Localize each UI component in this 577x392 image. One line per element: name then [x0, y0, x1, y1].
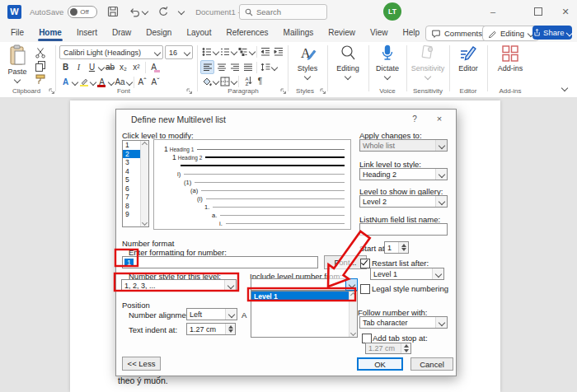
scroll-up-icon[interactable] — [142, 142, 148, 147]
tab-layout[interactable]: Layout — [179, 23, 218, 42]
tab-home[interactable]: Home — [31, 23, 69, 42]
include-dropdown-icon[interactable] — [345, 278, 358, 291]
tab-references[interactable]: References — [218, 23, 275, 42]
legal-style-checkbox[interactable] — [360, 284, 370, 294]
decrease-indent-button[interactable] — [259, 45, 271, 58]
quick-access-more-icon[interactable] — [179, 9, 184, 14]
listnum-input[interactable] — [359, 223, 448, 236]
font-size-dropdown-icon[interactable] — [182, 50, 192, 55]
cut-button[interactable] — [35, 47, 46, 58]
numbering-button[interactable] — [218, 45, 231, 58]
minimize-button[interactable]: – — [486, 5, 500, 18]
cancel-button[interactable]: Cancel — [410, 357, 453, 371]
close-button[interactable]: ✕ — [559, 5, 572, 18]
save-icon[interactable] — [107, 6, 119, 17]
align-left-button[interactable] — [200, 60, 214, 74]
number-alignment-select[interactable]: Left — [186, 308, 237, 320]
increase-indent-button[interactable] — [272, 45, 284, 58]
change-case-dropdown-icon[interactable] — [126, 78, 133, 85]
tab-mailings[interactable]: Mailings — [276, 23, 321, 42]
number-style-select[interactable]: 1, 2, 3, ... — [121, 279, 237, 292]
line-spacing-button[interactable] — [259, 61, 271, 73]
editor-button[interactable]: Editor — [450, 44, 486, 72]
tab-view[interactable]: View — [363, 23, 396, 42]
font-name-select[interactable]: Calibri Light (Headings) — [59, 45, 163, 59]
autosave-toggle[interactable]: Off — [68, 6, 97, 18]
justify-button[interactable] — [242, 61, 254, 73]
highlight-button[interactable] — [77, 76, 90, 88]
start-at-spinner[interactable]: 1 — [384, 241, 409, 254]
level-item-7[interactable]: 7 — [123, 193, 140, 202]
scroll-down-icon[interactable] — [142, 220, 148, 226]
restart-list-checkbox[interactable] — [360, 259, 370, 268]
font-color-button[interactable]: A — [96, 76, 108, 88]
editing-mode-button[interactable]: Editing — [482, 26, 539, 41]
ok-button[interactable]: OK — [357, 357, 403, 371]
font-dialog-launcher-icon[interactable] — [186, 88, 193, 95]
paragraph-dialog-launcher-icon[interactable] — [280, 88, 287, 95]
include-level-open-list[interactable]: Level 1 — [251, 291, 358, 338]
level-item-9[interactable]: 9 — [123, 210, 140, 219]
include-option-level-1[interactable]: Level 1 — [251, 292, 349, 301]
level-item-1[interactable]: 1 — [123, 141, 140, 150]
level-item-4[interactable]: 4 — [123, 167, 140, 176]
level-listbox[interactable]: 123456789 — [122, 140, 149, 227]
restart-list-select[interactable]: Level 1 — [370, 268, 444, 280]
avatar[interactable]: LT — [383, 2, 401, 21]
paste-button[interactable]: Paste — [3, 44, 31, 82]
clipboard-dialog-launcher-icon[interactable] — [49, 88, 55, 95]
line-spacing-dropdown-icon[interactable] — [271, 63, 278, 70]
tab-file[interactable]: File — [3, 23, 31, 42]
level-item-2[interactable]: 2 — [123, 150, 140, 159]
shrink-font-button[interactable]: Aˇ — [149, 76, 162, 88]
undo-icon[interactable] — [129, 7, 148, 17]
sort-button[interactable]: AZ — [241, 75, 253, 87]
strikethrough-button[interactable]: ab — [104, 61, 116, 73]
tab-draw[interactable]: Draw — [105, 23, 138, 42]
word-logo-icon[interactable]: W — [7, 5, 21, 19]
level-item-5[interactable]: 5 — [123, 175, 140, 184]
undo-dropdown-icon[interactable] — [142, 8, 148, 15]
align-center-button[interactable] — [215, 61, 228, 73]
search-input[interactable]: Search — [239, 4, 327, 20]
dialog-close-button[interactable]: × — [434, 114, 445, 124]
text-indent-spinner[interactable]: 1.27 cm — [186, 323, 236, 335]
level-item-6[interactable]: 6 — [123, 184, 140, 194]
add-ins-button[interactable]: Add-ins — [492, 44, 528, 72]
grow-font-button[interactable]: Aˆ — [136, 76, 148, 88]
editing-button[interactable]: Editing — [330, 44, 366, 79]
dialog-help-button[interactable]: ? — [409, 114, 420, 124]
tab-design[interactable]: Design — [138, 23, 179, 42]
tab-review[interactable]: Review — [321, 23, 363, 42]
less-button[interactable]: << Less — [122, 357, 161, 371]
tab-help[interactable]: Help — [396, 23, 428, 42]
font-name-dropdown-icon[interactable] — [152, 50, 162, 55]
multilevel-list-button[interactable] — [237, 45, 249, 58]
redo-icon[interactable] — [157, 6, 169, 17]
shading-button[interactable] — [200, 75, 213, 87]
font-size-select[interactable]: 16 — [165, 45, 193, 59]
formatting-input[interactable]: 1 — [122, 256, 318, 268]
borders-button[interactable] — [218, 75, 231, 87]
change-case-button[interactable]: Aa — [114, 76, 126, 88]
pilcrow-button[interactable]: ¶ — [254, 75, 266, 87]
gallery-level-select[interactable]: Level 2 — [359, 195, 448, 208]
format-painter-button[interactable] — [35, 73, 46, 85]
tab-insert[interactable]: Insert — [69, 23, 105, 42]
clear-formatting-button[interactable]: A — [148, 61, 160, 73]
copy-button[interactable] — [35, 60, 46, 72]
share-button[interactable]: Share — [532, 26, 572, 40]
multilevel-dropdown-icon[interactable] — [249, 48, 256, 54]
borders-dropdown-icon[interactable] — [231, 77, 237, 84]
underline-button[interactable]: U — [86, 61, 98, 73]
follow-number-select[interactable]: Tab character — [359, 316, 448, 329]
bold-button[interactable]: B — [59, 61, 72, 73]
comments-button[interactable]: Comments — [425, 26, 488, 41]
superscript-button[interactable]: x² — [130, 61, 143, 73]
italic-button[interactable]: I — [73, 61, 85, 73]
styles-button[interactable]: A Styles — [289, 44, 326, 79]
link-level-select[interactable]: Heading 2 — [359, 168, 448, 180]
include-level-select[interactable] — [251, 278, 358, 291]
subscript-button[interactable]: x₂ — [117, 61, 129, 73]
ribbon-collapse-icon[interactable] — [562, 83, 567, 92]
